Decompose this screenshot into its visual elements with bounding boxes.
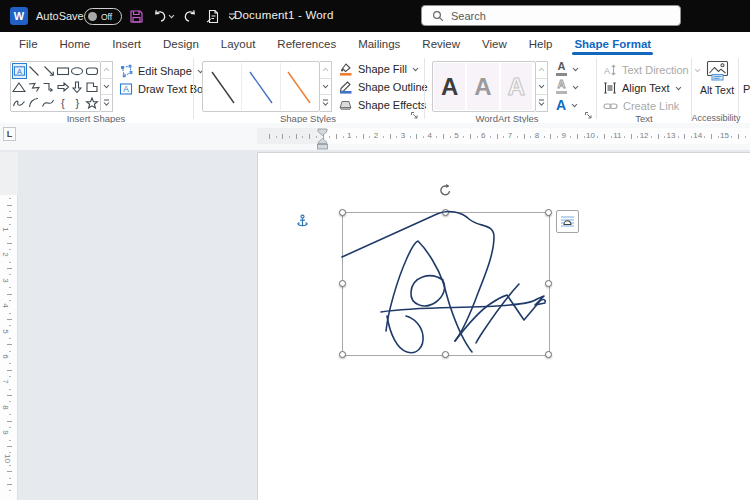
shape-styles-dialog-launcher-icon[interactable] [410, 111, 419, 120]
tab-file[interactable]: File [8, 32, 49, 56]
text-effects-icon: A [556, 98, 566, 112]
shape-curve-icon[interactable] [41, 95, 56, 111]
rotate-handle-icon[interactable] [438, 183, 453, 198]
handle-bottom-left[interactable] [339, 351, 346, 358]
shape-fill-button[interactable]: Shape Fill [338, 60, 419, 77]
shape-style-preview-1[interactable] [204, 63, 242, 110]
tab-shape-format[interactable]: Shape Format [563, 32, 662, 56]
vertical-ruler[interactable]: 12345678910 [0, 150, 18, 500]
shape-gallery-scroll [101, 61, 113, 112]
handle-bottom-right[interactable] [545, 351, 552, 358]
v-ruler-tick [9, 414, 11, 415]
gallery-scroll-down-icon[interactable] [536, 79, 547, 96]
text-effects-button[interactable]: A [556, 96, 578, 113]
shape-star-icon[interactable] [85, 95, 100, 111]
shape-right-arrow-icon[interactable] [56, 79, 71, 95]
v-ruler-tick [9, 236, 11, 237]
gallery-more-icon[interactable] [320, 95, 331, 111]
position-button-truncated[interactable]: Po [743, 83, 750, 95]
text-fill-button[interactable]: A [556, 60, 579, 77]
tab-references[interactable]: References [266, 32, 347, 56]
text-direction-label: Text Direction [622, 64, 689, 76]
shape-selection-box[interactable] [342, 212, 550, 356]
wordart-preview-1[interactable]: A [434, 63, 465, 110]
tab-view[interactable]: View [471, 32, 518, 56]
gallery-scroll-down-icon[interactable] [320, 79, 331, 96]
shape-style-preview-2[interactable] [242, 63, 280, 110]
wordart-preview-3[interactable]: A [501, 63, 532, 110]
v-ruler-tick [7, 205, 12, 206]
svg-text:A: A [604, 65, 610, 75]
undo-dropdown-icon[interactable] [167, 8, 176, 24]
gallery-scroll-up-icon[interactable] [101, 62, 112, 79]
tab-review[interactable]: Review [411, 32, 471, 56]
shape-textbox-icon[interactable]: A [12, 63, 27, 79]
draw-text-box-button[interactable]: A Draw Text Box [119, 80, 209, 97]
wordart-preview-2[interactable]: A [467, 63, 498, 110]
shape-scribble-icon[interactable] [12, 95, 27, 111]
shape-triangle-icon[interactable] [12, 79, 27, 95]
text-direction-button[interactable]: A Text Direction [603, 61, 701, 78]
shape-left-brace-icon[interactable]: { [56, 95, 71, 111]
gallery-scroll-up-icon[interactable] [320, 62, 331, 79]
v-ruler-tick [9, 338, 11, 339]
print-preview-icon[interactable] [205, 8, 221, 24]
v-ruler-number: 10 [3, 454, 12, 463]
edit-shape-button[interactable]: Edit Shape [119, 62, 204, 79]
shape-right-brace-icon[interactable]: } [70, 95, 85, 111]
tab-layout[interactable]: Layout [210, 32, 267, 56]
shape-elbow-arrow-icon[interactable] [41, 79, 56, 95]
search-placeholder: Search [451, 10, 486, 22]
document-canvas[interactable]: 12345678910 [0, 150, 750, 500]
shape-oval-icon[interactable] [70, 63, 84, 79]
word-logo-icon[interactable]: W [10, 7, 28, 25]
gallery-more-icon[interactable] [536, 95, 547, 111]
handle-middle-left[interactable] [339, 280, 346, 287]
tab-insert[interactable]: Insert [101, 32, 152, 56]
undo-icon[interactable] [152, 8, 168, 24]
gallery-more-icon[interactable] [101, 95, 112, 111]
text-outline-button[interactable]: A [556, 78, 579, 95]
shape-line-icon[interactable] [27, 63, 41, 79]
alt-text-label: Alt Text [700, 84, 734, 96]
shape-style-preview-3[interactable] [281, 63, 318, 110]
shape-rounded-rectangle-icon[interactable] [85, 63, 99, 79]
layout-options-button[interactable] [556, 210, 579, 233]
shape-fill-label: Shape Fill [358, 63, 407, 75]
shape-rectangle-icon[interactable] [56, 63, 70, 79]
anchor-icon[interactable] [296, 214, 309, 229]
wordart-dialog-launcher-icon[interactable] [584, 111, 593, 120]
handle-top-center[interactable] [442, 209, 449, 216]
v-ruler-tick [9, 325, 11, 326]
shape-line-arrow-icon[interactable] [41, 63, 55, 79]
v-ruler-tick [7, 217, 12, 218]
v-ruler-number: 7 [1, 380, 10, 384]
save-icon[interactable] [128, 8, 144, 24]
search-input[interactable]: Search [421, 5, 681, 26]
v-ruler-tick [7, 446, 12, 447]
gallery-scroll-down-icon[interactable] [101, 79, 112, 96]
tab-home[interactable]: Home [49, 32, 102, 56]
edit-shape-icon [119, 64, 133, 78]
redo-icon[interactable] [182, 8, 198, 24]
tab-mailings[interactable]: Mailings [347, 32, 411, 56]
tab-help[interactable]: Help [518, 32, 564, 56]
v-ruler-tick [9, 465, 11, 466]
align-text-button[interactable]: Align Text [603, 79, 682, 96]
shape-outline-icon [338, 79, 353, 94]
shape-effects-icon [338, 97, 353, 112]
shape-arc-icon[interactable] [27, 95, 42, 111]
shape-freeform-icon[interactable] [27, 79, 42, 95]
tab-design[interactable]: Design [152, 32, 210, 56]
shape-down-arrow-icon[interactable] [70, 79, 85, 95]
handle-top-left[interactable] [339, 209, 346, 216]
alt-text-button[interactable]: Alt Text [697, 60, 737, 96]
handle-top-right[interactable] [545, 209, 552, 216]
handle-bottom-center[interactable] [442, 351, 449, 358]
indent-markers[interactable] [0, 123, 750, 150]
handle-middle-right[interactable] [545, 280, 552, 287]
shape-corner-icon[interactable] [85, 79, 100, 95]
create-link-button[interactable]: Create Link [603, 97, 679, 114]
autosave-toggle[interactable]: Off [84, 8, 122, 25]
gallery-scroll-up-icon[interactable] [536, 62, 547, 79]
